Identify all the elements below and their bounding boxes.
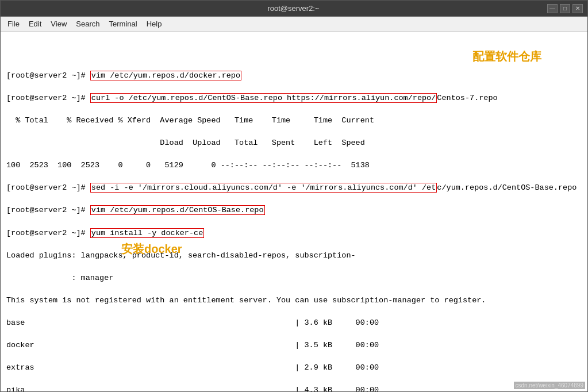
- menu-help[interactable]: Help: [142, 18, 167, 30]
- line-10: : manager: [6, 272, 582, 284]
- terminal-output: [root@server2 ~]# vim /etc/yum.repos.d/d…: [6, 36, 582, 391]
- menu-search[interactable]: Search: [71, 18, 104, 30]
- line-14: extras | 2.9 kB 00:00: [6, 362, 582, 374]
- minimize-button[interactable]: —: [547, 4, 558, 13]
- line-12: base | 3.6 kB 00:00: [6, 317, 582, 329]
- line-9: Loaded plugins: langpacks, product-id, s…: [6, 250, 582, 262]
- line-15: pika | 4.3 kB 00:00: [6, 385, 582, 391]
- window-controls: — □ ✕: [547, 4, 583, 13]
- annotation-config: 配置软件仓库: [472, 49, 541, 64]
- cmd-vim-centos-repo: vim /etc/yum.repos.d/CentOS-Base.repo: [90, 205, 265, 215]
- annotation-install: 安装docker: [121, 241, 182, 257]
- cmd-vim-docker-repo: vim /etc/yum.repos.d/docker.repo: [90, 71, 241, 80]
- terminal-body: 配置软件仓库 安装docker [root@server2 ~]# vim /e…: [1, 32, 587, 391]
- line-4: Dload Upload Total Spent Left Speed: [6, 137, 582, 149]
- line-6: [root@server2 ~]# sed -i -e '/mirrors.cl…: [6, 182, 582, 194]
- title-bar: root@server2:~ — □ ✕: [1, 1, 587, 17]
- cmd-curl: curl -o /etc/yum.repos.d/CentOS-Base.rep…: [90, 93, 437, 103]
- menu-edit[interactable]: Edit: [24, 18, 46, 30]
- watermark: csdn.net/weixin_46074899: [514, 382, 585, 389]
- menu-terminal[interactable]: Terminal: [105, 18, 142, 30]
- maximize-button[interactable]: □: [560, 4, 570, 13]
- line-5: 100 2523 100 2523 0 0 5129 0 --:--:-- --…: [6, 160, 582, 171]
- line-2: [root@server2 ~]# curl -o /etc/yum.repos…: [6, 93, 582, 104]
- menu-view[interactable]: View: [46, 18, 71, 30]
- line-1: [root@server2 ~]# vim /etc/yum.repos.d/d…: [6, 70, 582, 82]
- cmd-sed: sed -i -e '/mirrors.cloud.aliyuncs.com/d…: [90, 183, 437, 193]
- line-13: docker | 3.5 kB 00:00: [6, 340, 582, 351]
- line-8: [root@server2 ~]# yum install -y docker-…: [6, 228, 582, 239]
- close-button[interactable]: ✕: [572, 4, 583, 13]
- cmd-yum-install: yum install -y docker-ce: [90, 228, 204, 238]
- line-11: This system is not registered with an en…: [6, 295, 582, 306]
- menu-file[interactable]: File: [3, 18, 24, 30]
- window-title: root@server2:~: [40, 4, 547, 13]
- terminal-window: root@server2:~ — □ ✕ File Edit View Sear…: [0, 0, 588, 392]
- menu-bar: File Edit View Search Terminal Help: [1, 17, 587, 32]
- line-7: [root@server2 ~]# vim /etc/yum.repos.d/C…: [6, 205, 582, 216]
- line-3: % Total % Received % Xferd Average Speed…: [6, 115, 582, 126]
